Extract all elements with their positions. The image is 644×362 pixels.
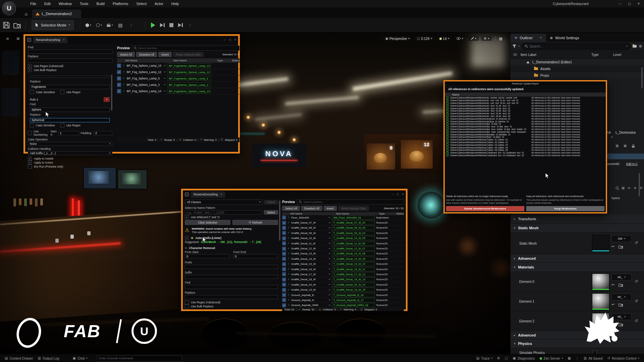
redirector-row[interactable]: /Game/CyberpunkRestaurant/Meshes/Air_duc… [445,112,606,115]
row-checkbox[interactable] [282,247,286,250]
col-type[interactable]: Type [591,53,599,57]
preview-row[interactable]: Graffiti_Decal_15_M T_Graffiti_Decal_15_… [282,262,404,267]
preview-row[interactable]: Graffiti_Decal_18_M T_Graffiti_Decal_18_… [282,277,404,282]
row-checkbox[interactable] [282,257,286,261]
use-regex-checkbox[interactable] [185,300,189,304]
row-checkbox[interactable] [282,262,286,266]
case-operation-dropdown[interactable]: None [28,142,112,146]
row-checkbox[interactable] [282,216,286,220]
new-name-box[interactable]: T_Graffiti_Decal_17_M_12 [332,272,375,277]
preview-row[interactable]: Floor_400x400 SM_Floor_400x400_01 Static… [282,215,404,220]
component-selected-row[interactable] [606,154,644,159]
deselect-all-button[interactable]: Deselect All [301,206,322,211]
apply-to-assets-checkbox[interactable] [28,157,32,161]
row-checkbox[interactable] [282,221,286,225]
preview-row[interactable]: Graffiti_Decal_09_M T_Graffiti_Decal_09_… [282,231,404,236]
reset-property-icon[interactable] [635,279,638,283]
keep-redirectors-button[interactable]: Keep Redirectors [526,206,604,211]
row-checkbox[interactable] [117,83,121,87]
menu-item[interactable]: Help [167,2,183,6]
section-advanced[interactable]: Advanced [511,254,644,263]
revision-control-dropdown[interactable]: Revision Control [607,357,639,360]
col-old-name[interactable]: Old Name [125,59,165,62]
dry-run-checkbox[interactable] [28,165,32,169]
add-actor-icon[interactable]: ⬢ [85,21,92,29]
material-thumbnail[interactable] [592,274,609,290]
use-bulk-replace-checkbox[interactable] [28,68,32,72]
menu-item[interactable]: Tools [76,2,93,6]
col-type[interactable]: Type [379,212,396,215]
use-selected-icon[interactable] [611,283,614,287]
row-checkbox[interactable] [282,231,286,235]
new-folder-icon[interactable] [633,45,637,48]
new-name-box[interactable]: T_Graffiti_Decal_20_M_14 [332,283,375,287]
rule1-use-regex-checkbox[interactable] [60,90,64,94]
rule1-replace-input[interactable] [30,85,110,89]
static-mesh-thumbnail[interactable] [592,235,609,252]
preview-row[interactable]: Graffiti_Decal_20_M T_Graffiti_Decal_20_… [282,282,404,287]
preview-row[interactable]: BP_Fog_Sphere_Lamp_12 BP_FogInterior_Sph… [117,69,239,75]
redirector-row[interactable]: /Game/CyberpunkRestaurant/Meshes/Bartabl… [445,133,606,136]
redirector-row[interactable]: /Game/CyberpunkRestaurant/Meshes/Bar_01.… [445,123,606,125]
close-icon[interactable] [540,37,542,39]
panel-icon[interactable] [624,144,627,147]
derived-data-icon[interactable] [568,357,571,360]
col-level[interactable]: Level [613,53,621,57]
console-command-input[interactable]: Enter Console Command [97,355,182,361]
close-tab-icon[interactable] [220,193,222,196]
view-mode-dropdown[interactable]: Lit [437,36,451,41]
outliner-search[interactable]: Search... [522,43,631,50]
minimize-icon[interactable] [618,2,621,5]
row-checkbox[interactable] [282,236,286,240]
lock-icon[interactable] [632,144,635,148]
gear-icon[interactable] [639,45,642,48]
redirector-row[interactable]: /Game/CyberpunkRestaurant/Meshes/Air_duc… [445,110,606,112]
close-icon[interactable] [637,2,640,5]
select-all-button[interactable]: Select All [282,206,300,211]
home-icon[interactable] [25,12,28,16]
preview-row[interactable]: Graffiti_Decal_13_M T_Graffiti_Decal_13_… [282,251,404,256]
toolbar-overflow-icon[interactable] [127,21,135,29]
new-name-box[interactable]: T_Graffiti_Decal_18_M_13 [332,277,375,282]
content-drawer-button[interactable]: Content Drawer [5,357,33,360]
menu-item[interactable]: Actor [151,2,167,6]
preview-row[interactable]: Graffiti_Decal_17_M T_Graffiti_Decal_17_… [282,272,404,277]
eject-button[interactable] [178,23,183,27]
preview-row[interactable]: Graffiti_Decal_11_M T_Graffiti_Decal_11_… [282,241,404,246]
find-input[interactable] [185,285,278,289]
preview-row[interactable]: Graffiti_Decal_16_M T_Graffiti_Decal_16_… [282,267,404,272]
redirector-row[interactable]: /Game/CyberpunkRestaurant/Meshes/Ac_roof… [445,102,606,105]
redirector-row[interactable]: /Game/CyberpunkRestaurant/Meshes/Air_duc… [445,115,606,118]
new-name-box[interactable]: BP_FogInterior_Sphere_Lamp_13 [167,63,211,68]
redirector-row[interactable]: /Game/CyberpunkRestaurant/Meshes/Air_duc… [445,107,606,110]
new-name-box[interactable]: SM_Floor_400x400_01 [332,216,375,220]
menu-item[interactable]: File [26,2,40,6]
new-name-box[interactable]: T_Graffiti_Decal_13_M_08 [332,251,375,256]
screenshot-icon[interactable] [505,357,508,360]
browse-to-asset-icon[interactable] [619,303,623,307]
preview-row[interactable]: Graffiti_Decal_10_M T_Graffiti_Decal_10_… [282,236,404,241]
source-control-save-status[interactable]: All Saved [584,357,603,360]
paint-tools-dropdown[interactable] [468,36,479,41]
apply-to-actors-checkbox[interactable] [28,161,32,165]
use-wildcard-checkbox[interactable] [185,215,189,219]
camera-speed-control[interactable]: 0.126 [415,36,434,41]
rule2-replace-input[interactable] [30,118,110,122]
grid-icon[interactable] [615,144,619,147]
preview-row[interactable]: BP_Fog_Sphere_Lamp_3 BP_FogInterior_Sphe… [117,82,239,88]
new-name-box[interactable]: T_Graffiti_Decal_14_M_09 [332,257,375,261]
browse-content-icon[interactable] [13,21,21,29]
col-new-name[interactable]: New Name [336,212,379,215]
row-checkbox[interactable] [282,267,286,271]
diagnostics-button[interactable]: Diagnostics [513,357,535,360]
gear-icon[interactable] [640,186,643,190]
reset-manual-edits-button[interactable]: Reset Manual Edits [173,52,204,57]
select-by-class-button[interactable]: Select [264,200,278,204]
new-name-box[interactable]: T_Graffiti_Decal_15_M_10 [332,262,375,266]
col-item-label[interactable]: Item Label [521,53,536,57]
new-name-box[interactable]: BP_FogInterior_Sphere_Lamp_3 [167,82,211,87]
close-icon[interactable] [234,39,236,41]
viewport-settings-dropdown[interactable] [481,36,491,41]
invert-button[interactable]: Invert [158,52,171,57]
from-start-input[interactable] [185,254,230,258]
